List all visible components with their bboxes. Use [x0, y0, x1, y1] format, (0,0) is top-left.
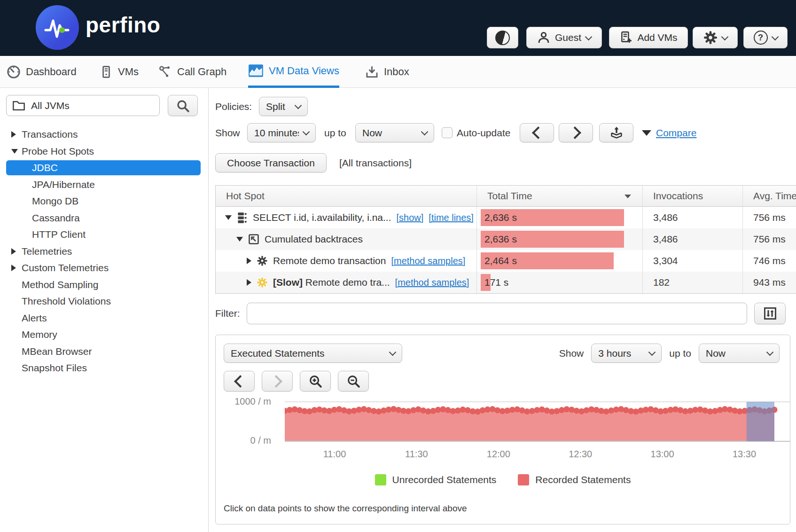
invocations-value: 3,304 — [643, 250, 743, 272]
sidebar-item-http-client[interactable]: HTTP Client — [6, 227, 201, 242]
invocations-value: 182 — [643, 272, 743, 293]
column-header-avg-time[interactable]: Avg. Time — [743, 186, 796, 206]
adjust-columns-button[interactable] — [754, 303, 786, 324]
expand-icon[interactable] — [247, 258, 251, 264]
table-row[interactable]: Cumulated backtraces2,636 s3,486756 ms — [216, 228, 796, 250]
tab-label: Call Graph — [177, 66, 226, 78]
x-tick-label: 13:00 — [651, 449, 674, 460]
tab-vms[interactable]: VMs — [100, 56, 139, 88]
statements-chart[interactable] — [285, 398, 790, 443]
chevron-down-icon — [648, 349, 656, 356]
sidebar-item-label: Memory — [22, 327, 57, 342]
previous-interval-button[interactable] — [520, 123, 554, 142]
time-range-select[interactable]: 10 minutes — [247, 123, 316, 142]
avg-time-value: 943 ms — [743, 272, 796, 293]
table-row[interactable]: Remote demo transaction[method samples]2… — [216, 250, 796, 272]
hotspot-label: [Slow] Remote demo tra... — [273, 277, 390, 288]
policies-value: Split — [266, 101, 291, 112]
legend-swatch — [518, 474, 529, 485]
main-navigation: Dashboard VMs Call Graph — [0, 56, 796, 88]
time-lines-link[interactable]: [time lines] — [429, 212, 474, 223]
chart-range-select[interactable]: 3 hours — [591, 344, 662, 363]
sidebar-item-telemetries[interactable]: Telemetries — [6, 244, 201, 259]
sidebar-item-method-sampling[interactable]: Method Sampling — [6, 277, 201, 292]
tab-label: Inbox — [384, 66, 409, 78]
guest-label: Guest — [555, 32, 581, 43]
sidebar-item-cassandra[interactable]: Cassandra — [6, 211, 201, 226]
tab-inbox[interactable]: Inbox — [365, 56, 409, 88]
compare-expander-icon[interactable] — [642, 130, 651, 136]
table-row[interactable]: [Slow] Remote demo tra...[method samples… — [216, 272, 796, 293]
backtrace-icon — [248, 234, 259, 245]
chart-range-value: 3 hours — [598, 348, 645, 359]
choose-transaction-button[interactable]: Choose Transaction — [215, 153, 327, 172]
column-header-invocations[interactable]: Invocations — [643, 186, 743, 206]
sidebar-item-label: Custom Telemetries — [22, 260, 109, 275]
sidebar-item-mongo-db[interactable]: Mongo DB — [6, 194, 201, 209]
collapse-icon[interactable] — [11, 149, 18, 154]
upto-label: up to — [324, 123, 346, 142]
search-button[interactable] — [168, 95, 198, 116]
sidebar-item-custom-telemetries[interactable]: Custom Telemetries — [6, 260, 201, 275]
expand-icon[interactable] — [11, 131, 16, 138]
theme-toggle-button[interactable] — [487, 27, 518, 48]
sidebar-item-transactions[interactable]: Transactions — [6, 127, 201, 142]
tab-call-graph[interactable]: Call Graph — [158, 56, 226, 88]
jvm-group-selector[interactable]: All JVMs — [6, 95, 160, 116]
sidebar-item-jpa-hibernate[interactable]: JPA/Hibernate — [6, 177, 201, 192]
selected-interval-highlight[interactable] — [747, 402, 774, 441]
guest-menu-button[interactable]: Guest — [526, 27, 602, 48]
expand-icon[interactable] — [11, 248, 16, 255]
auto-update-checkbox[interactable] — [442, 127, 453, 138]
column-header-total-time[interactable]: Total Time — [477, 186, 643, 206]
avg-time-value: 746 ms — [743, 250, 796, 272]
chart-zoom-in-button[interactable] — [300, 371, 331, 391]
legend-item: Unrecorded Statements — [375, 474, 497, 485]
expand-icon[interactable] — [11, 265, 16, 271]
sidebar-item-jdbc[interactable]: JDBC — [6, 160, 201, 175]
expand-icon[interactable] — [247, 279, 251, 286]
collapse-icon[interactable] — [236, 237, 243, 242]
column-header-hot-spot[interactable]: Hot Spot — [216, 186, 477, 206]
add-vms-button[interactable]: Add VMs — [609, 27, 688, 48]
method-samples-link[interactable]: [method samples] — [395, 277, 469, 288]
tab-vm-data-views[interactable]: VM Data Views — [248, 56, 339, 88]
user-icon — [537, 31, 550, 44]
next-interval-button[interactable] — [559, 123, 593, 142]
sidebar-item-threshold-violations[interactable]: Threshold Violations — [6, 294, 201, 309]
chevron-right-icon — [270, 375, 282, 388]
show-link[interactable]: [show] — [397, 212, 424, 223]
chart-previous-button[interactable] — [224, 371, 255, 391]
collapse-icon[interactable] — [225, 215, 232, 220]
export-button[interactable] — [599, 123, 633, 142]
sidebar-item-memory[interactable]: Memory — [6, 327, 201, 342]
metric-select[interactable]: Executed Statements — [224, 344, 402, 363]
zoom-in-icon — [308, 374, 322, 388]
chart-zoom-out-button[interactable] — [338, 371, 369, 391]
method-samples-link[interactable]: [method samples] — [391, 256, 465, 266]
sidebar-item-alerts[interactable]: Alerts — [6, 311, 201, 326]
inbox-icon — [365, 65, 379, 79]
help-menu-button[interactable]: ? — [743, 27, 788, 48]
sidebar-item-probe-hot-spots[interactable]: Probe Hot Spots — [6, 144, 201, 159]
total-time-value: 2,636 s — [484, 207, 517, 228]
vm-data-views-icon — [248, 64, 264, 78]
sidebar-item-snapshot-files[interactable]: Snapshot Files — [6, 360, 201, 376]
settings-menu-button[interactable] — [693, 27, 738, 48]
policies-select[interactable]: Split — [259, 97, 308, 116]
table-row[interactable]: SELECT i.id, i.availability, i.na...[sho… — [216, 207, 796, 228]
sidebar-item-label: Cassandra — [32, 211, 80, 226]
sidebar-item-label: JPA/Hibernate — [32, 177, 95, 192]
tab-dashboard[interactable]: Dashboard — [7, 56, 77, 88]
sidebar-item-mbean-browser[interactable]: MBean Browser — [6, 344, 201, 359]
chart-next-button[interactable] — [262, 371, 293, 391]
upto-select[interactable]: Now — [355, 123, 434, 142]
filter-input[interactable] — [247, 303, 747, 324]
show-label: Show — [215, 123, 240, 142]
invocations-value: 3,486 — [643, 207, 743, 228]
invocations-value: 3,486 — [643, 228, 743, 250]
sidebar-item-label: JDBC — [32, 160, 58, 175]
compare-link[interactable]: Compare — [656, 123, 696, 142]
sidebar-divider — [208, 88, 209, 532]
chart-upto-select[interactable]: Now — [699, 344, 780, 363]
